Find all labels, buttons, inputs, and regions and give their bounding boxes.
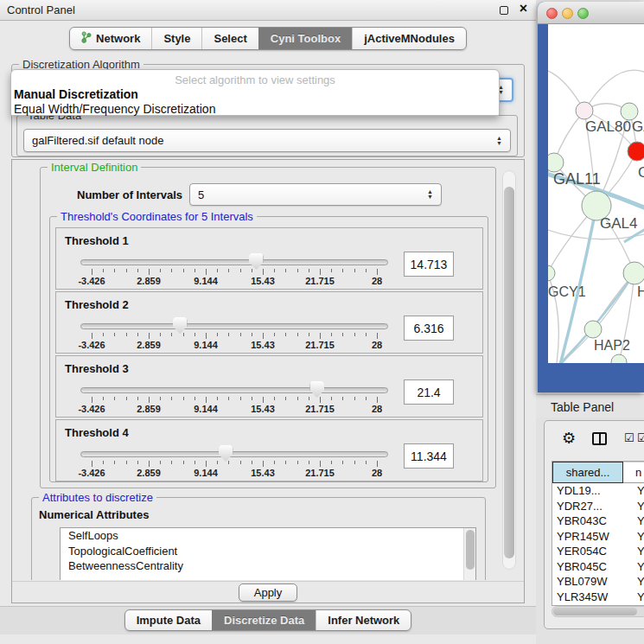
group-title: Attributes to discretize xyxy=(39,491,156,504)
combo-arrows-icon: ▲▼ xyxy=(427,189,433,200)
attributes-scrollbar[interactable] xyxy=(463,528,475,580)
column-header-shared-name[interactable]: shared... xyxy=(552,462,623,483)
node-label: GCY1 xyxy=(548,284,586,299)
network-node[interactable] xyxy=(611,354,627,363)
tab-style[interactable]: Style xyxy=(151,28,201,49)
slider-thumb-icon[interactable] xyxy=(249,253,264,270)
network-node[interactable] xyxy=(584,321,602,338)
slider-row: -3.4262.8599.14415.4321.71528 xyxy=(56,251,482,289)
table-row[interactable]: YPR145WYPR1 xyxy=(552,529,644,545)
threshold-label: Threshold 1 xyxy=(65,234,129,247)
tick-mark xyxy=(149,461,150,467)
table-row[interactable]: YLR345WYLR3 xyxy=(552,590,644,605)
network-node[interactable] xyxy=(628,142,644,161)
horizontal-scrollbar[interactable] xyxy=(552,606,644,617)
tick-label: 9.144 xyxy=(194,340,218,350)
network-node[interactable] xyxy=(621,103,638,120)
checkbox-icon[interactable]: ☑ xyxy=(637,431,644,444)
list-item[interactable]: TopologicalCoefficient xyxy=(61,544,475,559)
tick-mark xyxy=(137,397,138,400)
threshold-value-field[interactable] xyxy=(404,252,454,277)
tab-label: Style xyxy=(163,32,190,45)
table-data-combobox[interactable]: galFiltered.sif default node ▲▼ xyxy=(23,129,511,152)
vertical-scrollbar[interactable] xyxy=(502,170,516,570)
column-header-name[interactable]: n xyxy=(623,462,644,483)
tick-mark xyxy=(228,333,229,336)
dropdown-option[interactable]: Manual Discretization xyxy=(14,87,496,102)
tab-label: Select xyxy=(214,32,246,45)
number-of-intervals-combobox[interactable]: 5 ▲▼ xyxy=(189,183,442,206)
network-node[interactable] xyxy=(576,102,593,119)
network-node[interactable] xyxy=(623,262,644,284)
node-label: GAL11 xyxy=(553,170,601,188)
network-view-window: GAL80GACGAL11GAL4GCY1HHAP2 xyxy=(538,2,644,392)
tick-mark xyxy=(206,461,207,467)
network-canvas[interactable]: GAL80GACGAL11GAL4GCY1HHAP2 xyxy=(548,24,644,363)
float-window-icon[interactable] xyxy=(500,6,508,15)
tick-label: 21.715 xyxy=(305,468,335,478)
tab-cyni-toolbox[interactable]: Cyni Toolbox xyxy=(258,28,352,49)
tab-select[interactable]: Select xyxy=(201,28,258,49)
tick-mark xyxy=(228,269,229,272)
threshold-slider-track[interactable] xyxy=(80,323,388,329)
close-traffic-light-icon[interactable] xyxy=(546,8,558,19)
tick-mark xyxy=(263,461,264,467)
tick-mark xyxy=(228,461,229,464)
slider-thumb-icon[interactable] xyxy=(309,381,324,398)
tab-infer-network[interactable]: Infer Network xyxy=(316,610,411,630)
threshold-slider-track[interactable] xyxy=(80,259,388,265)
dropdown-option[interactable]: Equal Width/Frequency Discretization xyxy=(14,102,496,117)
network-node[interactable] xyxy=(548,265,555,281)
tick-mark xyxy=(183,397,184,400)
slider-thumb-icon[interactable] xyxy=(173,317,188,334)
table-panel-title: Table Panel xyxy=(551,400,614,414)
tick-mark xyxy=(342,269,343,272)
table-row[interactable]: YBR043CYBR0 xyxy=(552,513,644,529)
table-row[interactable]: YDR27...YDR2 xyxy=(552,499,644,514)
checkbox-icon[interactable]: ☑ xyxy=(624,431,634,444)
tick-mark xyxy=(366,269,367,272)
split-columns-icon[interactable] xyxy=(592,432,607,445)
scrollbar-thumb[interactable] xyxy=(504,187,514,558)
cell-shared-name: YLR345W xyxy=(552,590,623,605)
network-node[interactable] xyxy=(548,153,564,172)
list-item[interactable]: SelfLoops xyxy=(61,528,475,544)
tick-mark xyxy=(126,333,127,336)
zoom-traffic-light-icon[interactable] xyxy=(577,8,589,19)
tick-mark xyxy=(92,397,92,403)
tab-impute-data[interactable]: Impute Data xyxy=(125,610,212,630)
threshold-value-field[interactable] xyxy=(404,443,454,469)
tick-mark xyxy=(149,397,150,403)
tick-mark xyxy=(114,397,115,400)
threshold-slider-track[interactable] xyxy=(80,451,388,457)
tab-jactivemnodules[interactable]: jActiveMNodules xyxy=(352,28,466,49)
slider-thumb-icon[interactable] xyxy=(219,445,233,462)
table-row[interactable]: YBL079WYBL0 xyxy=(552,574,644,590)
scrollbar-thumb[interactable] xyxy=(466,530,475,570)
apply-button[interactable]: Apply xyxy=(239,583,298,602)
tick-label: 2.859 xyxy=(137,276,161,286)
minimize-traffic-light-icon[interactable] xyxy=(562,8,573,19)
dropdown-hint: Select algorithm to view settings xyxy=(11,73,499,86)
list-item[interactable]: BetweennessCentrality xyxy=(61,558,475,574)
table-row[interactable]: YDL19...YDL1 xyxy=(552,483,644,499)
node-label: C xyxy=(638,164,644,181)
threshold-slider-track[interactable] xyxy=(80,387,388,393)
tab-network[interactable]: Network xyxy=(70,28,151,49)
close-icon[interactable]: × xyxy=(520,1,527,16)
threshold-value-field[interactable] xyxy=(404,316,454,341)
node-label: H xyxy=(637,284,644,300)
threshold-value-field[interactable] xyxy=(404,379,454,405)
attributes-list[interactable]: SelfLoopsTopologicalCoefficientBetweenne… xyxy=(60,527,476,580)
tab-discretize-data[interactable]: Discretize Data xyxy=(212,610,316,630)
tick-label: 28 xyxy=(372,340,382,350)
gear-icon[interactable]: ⚙ xyxy=(562,429,576,448)
tick-label: -3.426 xyxy=(78,468,105,478)
threshold-panel: Threshold 1-3.4262.8599.14415.4321.71528 xyxy=(55,227,483,290)
table-row[interactable]: YBR045CYBR0 xyxy=(552,559,644,575)
scrollbar-thumb[interactable] xyxy=(553,608,637,615)
settings-panel: Interval Definition Number of Intervals … xyxy=(11,159,525,603)
table-row[interactable]: YER054CYER0 xyxy=(552,544,644,559)
node-table[interactable]: shared... n YDL19...YDL1YDR27...YDR2YBR0… xyxy=(552,461,644,606)
cell-name: YDL1 xyxy=(623,483,644,499)
